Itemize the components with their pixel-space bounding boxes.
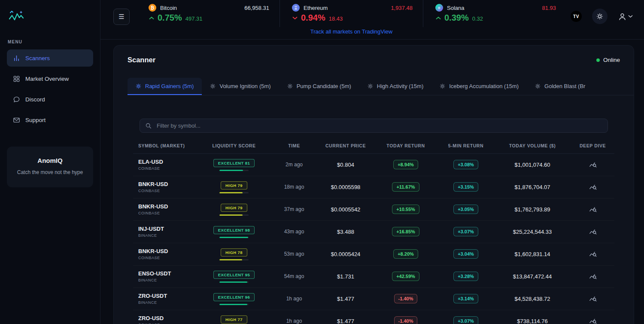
table-row: ZRO-USDTBINANCEEXCELLENT 961h ago$1.477-… (133, 288, 614, 310)
tradingview-link[interactable]: Track all markets on TradingView (137, 27, 566, 39)
sidebar-item-support[interactable]: Support (7, 111, 93, 128)
deep-dive-cell (571, 248, 614, 260)
liquidity-cell: EXCELLENT 95 (197, 270, 270, 283)
deep-dive-cell (571, 180, 614, 193)
today-return-badge: +8.20% (393, 249, 418, 259)
ticker-bitcoin[interactable]: ₿Bitcoin66,958.310.75%497.31 (137, 0, 279, 27)
price-cell: $1.477 (318, 318, 374, 324)
symbol-label: ZRO-USDT (138, 293, 197, 299)
deep-dive-button[interactable] (587, 248, 598, 260)
bitcoin-icon: ₿ (149, 4, 156, 12)
ticker-change: 0.39%0.32 (435, 13, 556, 23)
deep-dive-button[interactable] (587, 315, 598, 324)
volume-cell: $4,528,438.72 (494, 296, 571, 302)
table-row: INJ-USDTBINANCEEXCELLENT 9843m ago$3.488… (133, 221, 614, 243)
today-return-cell: +11.67% (374, 182, 438, 192)
tab-rapid-gainers-5m[interactable]: Rapid Gainers (5m) (128, 78, 202, 95)
table-row: ENSO-USDTBINANCEEXCELLENT 9554m ago$1.73… (133, 266, 614, 288)
grid-icon (13, 75, 20, 83)
col-deep-dive: DEEP DIVE (571, 143, 614, 148)
price-cell: $0.0005542 (318, 206, 374, 213)
volume-cell: $738,114.76 (494, 318, 571, 324)
five-min-return-cell: +3.15% (438, 182, 494, 192)
liquidity-cell: EXCELLENT 81 (197, 159, 270, 171)
liquidity-badge: EXCELLENT 81 (213, 159, 255, 167)
table-header-row: SYMBOL (MARKET) LIQUIDITY SCORE TIME CUR… (133, 143, 614, 154)
deep-dive-button[interactable] (587, 203, 598, 216)
table-row: ELA-USDCOINBASEEXCELLENT 812m ago$0.804+… (133, 154, 614, 176)
tradingview-logo-icon[interactable]: TV (571, 11, 582, 22)
today-return-cell: +42.59% (374, 272, 438, 281)
liquidity-cell: HIGH 78 (197, 248, 270, 260)
theme-toggle-button[interactable] (592, 9, 608, 24)
liquidity-bar (219, 170, 249, 171)
gear-icon (287, 83, 293, 89)
gear-icon (535, 83, 541, 89)
sidebar-item-market-overview[interactable]: Market Overview (7, 70, 93, 87)
liquidity-bar-fill (219, 237, 248, 238)
tab-iceberg-accumulation-15m[interactable]: Iceberg Accumulation (15m) (431, 78, 527, 95)
volume-cell: $1,001,074.60 (494, 162, 571, 168)
deep-dive-button[interactable] (587, 292, 598, 305)
ticker-row: ₿Bitcoin66,958.310.75%497.31ΞEthereum1,9… (137, 0, 566, 27)
deep-dive-cell (571, 292, 614, 305)
ticker-change-abs: 18.43 (329, 15, 343, 22)
tab-label: High Activity (15m) (377, 83, 423, 89)
tab-volume-ignition-5m[interactable]: Volume Ignition (5m) (202, 78, 279, 95)
symbol-label: INJ-USDT (138, 226, 197, 232)
symbol-label: ELA-USD (138, 159, 197, 165)
five-min-return-badge: +3.07% (453, 227, 478, 236)
symbol-label: BNKR-USD (138, 203, 197, 210)
today-return-cell: -1.40% (374, 316, 438, 324)
top-actions: TV (566, 9, 644, 24)
today-return-cell: +10.55% (374, 205, 438, 214)
account-menu-button[interactable] (618, 12, 633, 21)
app-logo-icon (8, 9, 25, 24)
chevron-down-icon (292, 16, 298, 20)
symbol-cell: ZRO-USDCOINBASE (133, 315, 197, 324)
today-return-badge: +42.59% (392, 272, 419, 281)
table-row: ZRO-USDCOINBASEHIGH 771h ago$1.477-1.40%… (133, 310, 614, 324)
tab-golden-blast-br[interactable]: Golden Blast (Br (527, 78, 593, 95)
deep-dive-button[interactable] (587, 270, 598, 283)
sidebar-item-scanners[interactable]: Scanners (7, 49, 93, 67)
price-cell: $0.0005424 (318, 251, 374, 257)
app: { "theme": { "accent_blue": "#4b7bff", "… (0, 0, 644, 324)
col-current-price: CURRENT PRICE (318, 143, 374, 148)
symbol-label: BNKR-USD (138, 181, 197, 187)
ticker-ethereum[interactable]: ΞEthereum1,937.480.94%18.43 (279, 0, 423, 27)
deep-dive-button[interactable] (587, 158, 598, 171)
hamburger-button[interactable]: ☰ (113, 9, 130, 25)
sidebar-item-discord[interactable]: Discord (7, 91, 93, 108)
symbol-filter-input[interactable] (156, 122, 602, 129)
liquidity-bar (219, 237, 249, 238)
promo-title: AnomIQ (14, 157, 86, 164)
liquidity-badge: EXCELLENT 98 (213, 226, 255, 234)
market-label: COINBASE (138, 256, 197, 260)
mail-icon (13, 116, 20, 124)
tab-pump-candidate-5m[interactable]: Pump Candidate (5m) (279, 78, 359, 95)
hamburger-icon: ☰ (118, 13, 124, 21)
five-min-return-cell: +3.07% (438, 227, 494, 236)
five-min-return-cell: +3.04% (438, 249, 494, 259)
five-min-return-badge: +3.04% (453, 249, 478, 259)
gear-icon (210, 83, 216, 89)
liquidity-badge: EXCELLENT 96 (213, 293, 255, 301)
tab-label: Volume Ignition (5m) (219, 83, 270, 89)
ticker-solana[interactable]: ≡Solana81.930.39%0.32 (423, 0, 566, 27)
liquidity-cell: EXCELLENT 98 (197, 226, 270, 238)
liquidity-bar (219, 192, 249, 193)
content: Scanner Online Rapid Gainers (5m)Volume … (100, 40, 644, 324)
time-cell: 37m ago (270, 206, 318, 212)
deep-dive-icon (589, 316, 597, 324)
sidebar-item-label: Discord (25, 96, 45, 103)
today-return-cell: +16.85% (374, 227, 438, 236)
deep-dive-icon (589, 272, 597, 280)
price-cell: $1.477 (318, 296, 374, 302)
deep-dive-button[interactable] (587, 225, 598, 238)
chevron-up-icon (436, 16, 441, 20)
liquidity-bar-fill (219, 214, 243, 216)
gear-icon (440, 83, 445, 89)
deep-dive-button[interactable] (587, 180, 598, 193)
tab-high-activity-15m[interactable]: High Activity (15m) (359, 78, 431, 95)
